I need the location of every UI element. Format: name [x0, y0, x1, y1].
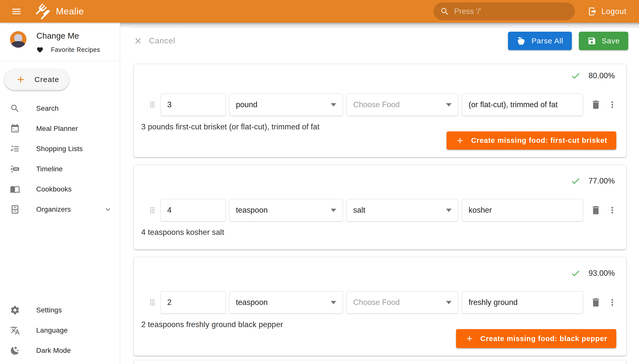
dropdown-arrow-icon: [446, 103, 452, 106]
note-field[interactable]: [462, 94, 583, 116]
sidebar-item-settings[interactable]: Settings: [0, 300, 120, 320]
quantity-field[interactable]: [160, 291, 226, 314]
timeline-icon: [10, 164, 20, 174]
organizer-drawer-icon: [10, 204, 20, 214]
create-button[interactable]: Create: [4, 68, 69, 90]
dropdown-arrow-icon: [446, 209, 452, 212]
sidebar-item-label: Search: [36, 104, 59, 112]
heart-icon: [37, 46, 44, 53]
delete-ingredient-button[interactable]: [589, 297, 603, 308]
unit-value: teaspoon: [236, 298, 268, 307]
avatar[interactable]: [10, 31, 27, 48]
create-label: Create: [35, 75, 59, 84]
parse-all-label: Parse All: [531, 37, 563, 45]
sidebar-item-organizers[interactable]: Organizers: [0, 199, 120, 220]
food-select[interactable]: Choose Food: [346, 94, 458, 116]
save-icon: [587, 36, 596, 46]
sidebar-item-meal-planner[interactable]: Meal Planner: [0, 118, 120, 138]
hamburger-menu-button[interactable]: [9, 4, 25, 20]
close-icon: [134, 36, 142, 46]
confidence-row: 80.00%: [141, 70, 619, 81]
create-missing-food-button[interactable]: Create missing food: black pepper: [456, 329, 616, 348]
sidebar-item-label: Organizers: [36, 206, 71, 214]
confidence-value: 77.00%: [589, 176, 615, 186]
user-profile[interactable]: Change Me Favorite Recipes: [0, 23, 120, 61]
search-icon: [10, 104, 20, 114]
sidebar-item-favorite-recipes[interactable]: Favorite Recipes: [37, 46, 100, 53]
trash-icon: [590, 297, 601, 308]
dropdown-arrow-icon: [331, 301, 336, 304]
note-input[interactable]: [469, 298, 576, 307]
logout-label: Logout: [601, 7, 626, 16]
sidebar-item-label: Meal Planner: [36, 125, 78, 133]
trash-icon: [590, 205, 601, 216]
sidebar-divider: [0, 61, 120, 61]
translate-icon: [10, 325, 20, 335]
sidebar: Change Me Favorite Recipes Create Search…: [0, 23, 120, 364]
sidebar-item-dark-mode[interactable]: Dark Mode: [0, 340, 120, 360]
drag-handle-icon[interactable]: [147, 205, 157, 215]
unit-select[interactable]: teaspoon: [229, 291, 343, 314]
food-select[interactable]: Choose Food: [346, 291, 458, 314]
calendar-icon: [10, 124, 20, 134]
original-ingredient-text: 4 teaspoons kosher salt: [141, 228, 619, 237]
food-select[interactable]: salt: [346, 199, 458, 222]
cancel-label: Cancel: [149, 36, 175, 46]
cancel-button[interactable]: Cancel: [134, 36, 175, 46]
sidebar-item-label: Dark Mode: [36, 346, 71, 354]
save-button[interactable]: Save: [579, 32, 628, 50]
row-menu-button[interactable]: [606, 100, 619, 110]
chevron-down-icon: [103, 205, 112, 214]
quantity-field[interactable]: [160, 199, 226, 222]
logout-button[interactable]: Logout: [585, 4, 629, 19]
plus-icon: [465, 334, 474, 343]
search-input[interactable]: [454, 7, 568, 16]
sidebar-item-label: Settings: [36, 306, 62, 314]
sidebar-item-shopping-lists[interactable]: Shopping Lists: [0, 138, 120, 159]
sidebar-footer-nav: Settings Language Dark Mode: [0, 300, 120, 360]
sidebar-item-cookbooks[interactable]: Cookbooks: [0, 179, 120, 199]
note-field[interactable]: [462, 291, 583, 314]
unit-value: pound: [236, 100, 257, 109]
ingredient-fields-row: pound Choose Food: [141, 94, 619, 116]
delete-ingredient-button[interactable]: [589, 205, 603, 216]
quantity-input[interactable]: [167, 100, 219, 109]
quantity-input[interactable]: [167, 206, 219, 215]
kebab-menu-icon: [607, 205, 617, 215]
plus-icon: [456, 136, 465, 145]
food-placeholder: Choose Food: [353, 298, 400, 307]
row-menu-button[interactable]: [606, 205, 619, 215]
app-title: Mealie: [56, 6, 84, 17]
ingredient-card: 93.00% teaspoon Choose Food: [134, 257, 626, 356]
create-missing-food-button[interactable]: Create missing food: first-cut brisket: [447, 132, 616, 150]
sidebar-nav: Search Meal Planner Shopping Lists Timel…: [0, 98, 120, 220]
ingredient-card-list: 80.00% pound Choose Food: [120, 64, 639, 364]
sidebar-item-language[interactable]: Language: [0, 320, 120, 340]
kebab-menu-icon: [607, 298, 617, 308]
unit-select[interactable]: teaspoon: [229, 199, 343, 222]
main-content: Cancel Parse All Save 80.00% pound: [120, 23, 639, 364]
mealie-logo-icon: [35, 4, 49, 19]
global-search[interactable]: [434, 2, 575, 20]
unit-select[interactable]: pound: [229, 94, 343, 116]
favorites-label: Favorite Recipes: [51, 46, 100, 53]
dropdown-arrow-icon: [331, 103, 336, 106]
note-input[interactable]: [469, 206, 576, 215]
quantity-field[interactable]: [160, 94, 226, 116]
ingredient-fields-row: teaspoon Choose Food: [141, 291, 619, 314]
drag-handle-icon[interactable]: [147, 100, 157, 110]
parse-all-button[interactable]: Parse All: [508, 32, 572, 50]
menu-icon: [11, 6, 22, 17]
delete-ingredient-button[interactable]: [589, 99, 603, 110]
drag-handle-icon[interactable]: [147, 298, 157, 308]
quantity-input[interactable]: [167, 298, 219, 307]
moon-stars-icon: [10, 346, 20, 356]
kebab-menu-icon: [607, 100, 617, 110]
food-placeholder: Choose Food: [353, 100, 400, 109]
sidebar-item-timeline[interactable]: Timeline: [0, 159, 120, 179]
row-menu-button[interactable]: [606, 298, 619, 308]
check-icon: [571, 176, 581, 186]
note-field[interactable]: [462, 199, 583, 222]
sidebar-item-search[interactable]: Search: [0, 98, 120, 118]
note-input[interactable]: [469, 100, 576, 109]
